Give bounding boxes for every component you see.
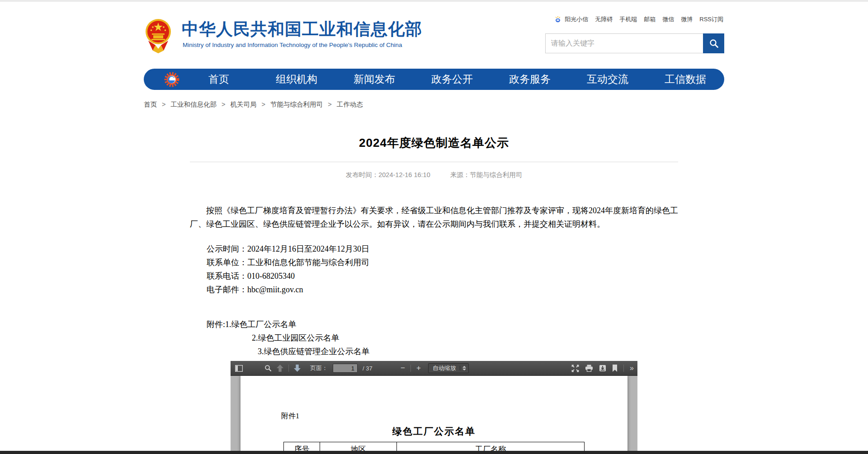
pdf-viewer: 页面： / 37 − + 自动缩放	[231, 361, 637, 454]
quick-link-sunshine[interactable]: 阳光小信	[565, 15, 588, 23]
attachment-green-supply-chain[interactable]: 3.绿色供应链管理企业公示名单	[207, 345, 678, 358]
article: 2024年度绿色制造名单公示 发布时间：2024-12-16 16:10 来源：…	[190, 135, 678, 358]
nav-item-organization[interactable]: 组织机构	[258, 72, 335, 86]
toolbar-divider	[410, 365, 411, 372]
pdf-toolbar-left: 页面： / 37	[231, 364, 373, 373]
site-title: 中华人民共和国工业和信息化部	[182, 18, 422, 41]
page-title: 2024年度绿色制造名单公示	[190, 135, 678, 151]
article-body: 按照《绿色工厂梯度培育及管理暂行办法》有关要求，经省级工业和信息化主管部门推荐及…	[190, 204, 678, 358]
nav-item-gov-disclosure[interactable]: 政务公开	[413, 72, 491, 86]
page-down-button[interactable]	[294, 365, 301, 372]
sidebar-toggle-button[interactable]	[235, 365, 243, 372]
toolbar-divider	[623, 365, 624, 372]
miit-spiral-logo-icon	[164, 71, 180, 88]
breadcrumb-departments[interactable]: 机关司局	[231, 101, 257, 108]
pdf-page: 附件1 绿色工厂公示名单 序号 地区 工厂名称 1 北京 北京北元电器有限公司	[241, 376, 627, 454]
header-quick-links: 阳光小信 无障碍 手机端 邮箱 微信 微博 RSS订阅	[554, 15, 723, 23]
quick-link-accessibility[interactable]: 无障碍	[595, 15, 613, 23]
breadcrumb-miit[interactable]: 工业和信息化部	[171, 101, 217, 108]
search-button[interactable]	[703, 33, 724, 53]
pdf-annex-label: 附件1	[281, 412, 627, 421]
publicity-period: 公示时间：2024年12月16日至2024年12月30日	[207, 242, 678, 256]
sunshine-assistant-icon	[554, 16, 561, 23]
pdf-document-title: 绿色工厂公示名单	[241, 425, 627, 438]
breadcrumb: 首页 > 工业和信息化部 > 机关司局 > 节能与综合利用司 > 工作动态	[144, 100, 724, 109]
attachment-green-factory[interactable]: 附件:1.绿色工厂公示名单	[207, 318, 678, 331]
breadcrumb-separator: >	[328, 101, 331, 108]
page-number-input[interactable]	[333, 364, 358, 373]
breadcrumb-home[interactable]: 首页	[144, 101, 157, 108]
pdf-toolbar: 页面： / 37 − + 自动缩放	[231, 361, 637, 376]
national-emblem-logo	[144, 17, 173, 53]
print-icon	[585, 365, 593, 372]
select-arrows-icon	[460, 366, 466, 370]
page-number-label: 页面：	[310, 364, 328, 372]
zoom-in-button[interactable]: +	[415, 364, 422, 373]
contact-details: 公示时间：2024年12月16日至2024年12月30日 联系单位：工业和信息化…	[190, 242, 678, 296]
toolbar-divider	[288, 365, 289, 372]
article-source: 来源：节能与综合利用司	[450, 171, 523, 178]
zoom-mode-value: 自动缩放	[433, 364, 456, 372]
nav-item-home[interactable]: 首页	[180, 72, 258, 86]
nav-item-news[interactable]: 新闻发布	[335, 72, 413, 86]
pdf-toolbar-right: »	[571, 364, 637, 372]
more-tools-button[interactable]: »	[630, 364, 633, 372]
breadcrumb-separator: >	[222, 101, 225, 108]
presentation-mode-button[interactable]	[571, 365, 579, 372]
page-down-icon	[294, 365, 301, 372]
bottom-edge-strip	[0, 451, 868, 454]
main-navigation: 首页 组织机构 新闻发布 政务公开 政务服务 互动交流 工信数据	[144, 69, 724, 90]
download-button[interactable]	[599, 365, 606, 372]
search-icon	[708, 38, 719, 49]
pdf-search-icon	[264, 365, 272, 372]
search-input[interactable]	[545, 33, 703, 53]
attachments-list: 附件:1.绿色工厂公示名单 2.绿色工业园区公示名单 3.绿色供应链管理企业公示…	[190, 318, 678, 358]
breadcrumb-work-updates[interactable]: 工作动态	[337, 101, 363, 108]
bookmark-icon	[612, 365, 618, 372]
contact-unit: 联系单位：工业和信息化部节能与综合利用司	[207, 256, 678, 269]
page-up-icon	[277, 365, 283, 372]
bookmark-button[interactable]	[612, 365, 618, 372]
page-up-button[interactable]	[277, 365, 283, 372]
quick-link-wechat[interactable]: 微信	[662, 15, 674, 23]
download-icon	[599, 365, 606, 372]
contact-email: 电子邮件：hbc@miit.gov.cn	[207, 283, 678, 296]
quick-link-mailbox[interactable]: 邮箱	[644, 15, 656, 23]
print-button[interactable]	[585, 365, 593, 372]
title-divider	[190, 162, 678, 162]
zoom-mode-select[interactable]: 自动缩放	[428, 363, 469, 373]
search-bar	[545, 33, 724, 53]
quick-link-rss[interactable]: RSS订阅	[699, 15, 723, 23]
site-subtitle: Ministry of Industry and Information Tec…	[183, 42, 402, 48]
sidebar-toggle-icon	[235, 365, 243, 372]
breadcrumb-separator: >	[162, 101, 165, 108]
fullscreen-icon	[571, 365, 579, 372]
zoom-out-button[interactable]: −	[399, 364, 406, 373]
site-header: 中华人民共和国工业和信息化部 Ministry of Industry and …	[144, 2, 724, 69]
page-count: / 37	[363, 365, 373, 372]
publish-time: 发布时间：2024-12-16 16:10	[346, 171, 430, 178]
breadcrumb-separator: >	[262, 101, 265, 108]
nav-item-gov-services[interactable]: 政务服务	[491, 72, 569, 86]
nav-item-interaction[interactable]: 互动交流	[569, 72, 646, 86]
pdf-find-button[interactable]	[264, 365, 272, 372]
breadcrumb-energy-dept[interactable]: 节能与综合利用司	[270, 101, 323, 108]
pdf-toolbar-zoom-group: − + 自动缩放	[399, 363, 469, 373]
quick-link-mobile[interactable]: 手机端	[619, 15, 637, 23]
attachment-green-industrial-park[interactable]: 2.绿色工业园区公示名单	[207, 331, 678, 345]
quick-link-weibo[interactable]: 微博	[681, 15, 693, 23]
article-meta: 发布时间：2024-12-16 16:10 来源：节能与综合利用司	[190, 171, 678, 179]
nav-items: 首页 组织机构 新闻发布 政务公开 政务服务 互动交流 工信数据	[180, 72, 724, 86]
contact-phone: 联系电话：010-68205340	[207, 269, 678, 283]
article-paragraph: 按照《绿色工厂梯度培育及管理暂行办法》有关要求，经省级工业和信息化主管部门推荐及…	[190, 204, 678, 231]
pdf-viewer-canvas-area[interactable]: 附件1 绿色工厂公示名单 序号 地区 工厂名称 1 北京 北京北元电器有限公司	[231, 376, 637, 454]
nav-item-data[interactable]: 工信数据	[646, 72, 724, 86]
